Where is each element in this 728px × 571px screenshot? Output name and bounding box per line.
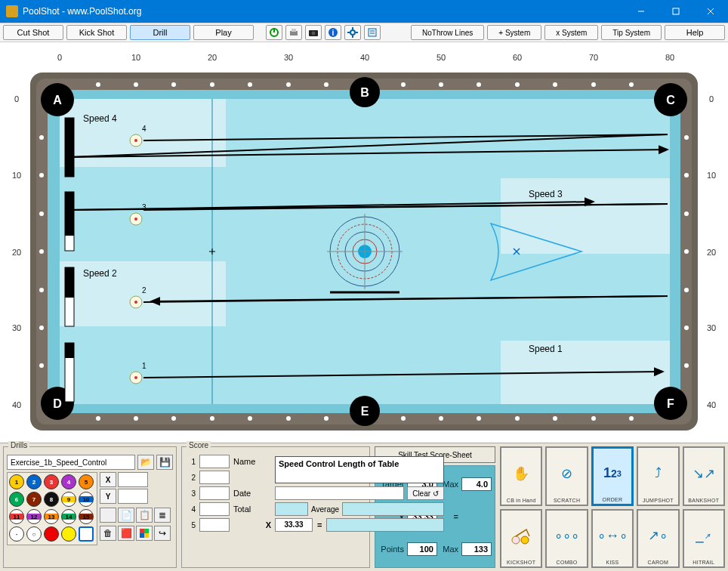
x-tick-label: 40 xyxy=(360,53,369,62)
svg-point-64 xyxy=(684,173,689,177)
svg-point-68 xyxy=(684,326,689,330)
camera-icon[interactable] xyxy=(305,25,322,40)
minimize-button[interactable] xyxy=(624,0,659,23)
max2-label: Max xyxy=(440,545,458,554)
svg-point-104 xyxy=(134,376,137,379)
shot-bankshot[interactable]: ↘↗BANKSHOT xyxy=(683,446,725,506)
date-label: Date xyxy=(233,489,271,498)
average-input[interactable] xyxy=(342,502,444,516)
tasks-icon[interactable] xyxy=(364,25,381,40)
svg-point-35 xyxy=(401,82,406,87)
color-icon[interactable]: 🟥 xyxy=(118,526,134,541)
help-button[interactable]: Help xyxy=(665,25,725,40)
shot-scratch[interactable]: ⊘SCRATCH xyxy=(545,446,588,506)
tip-system-button[interactable]: Tip System xyxy=(601,25,662,40)
x-value: 33.33 xyxy=(275,518,313,532)
shot-carom[interactable]: ↗∘CAROM xyxy=(637,509,679,569)
svg-point-63 xyxy=(684,135,689,140)
y-tick-label: 30 xyxy=(12,323,21,332)
result-input[interactable] xyxy=(326,518,444,532)
x-system-button[interactable]: x System xyxy=(544,25,598,40)
nothrow-lines-button[interactable]: NoThrow Lines xyxy=(411,25,484,40)
shot-jumpshot[interactable]: ⤴JUMPSHOT xyxy=(637,446,679,506)
drill-button[interactable]: Drill xyxy=(130,25,190,40)
maximize-button[interactable] xyxy=(659,0,693,23)
score-input-1[interactable] xyxy=(199,455,230,468)
shot-cbinhand[interactable]: ✋CB in Hand xyxy=(500,446,542,506)
shot-kickshot[interactable]: KICKSHOT xyxy=(500,509,542,569)
ball-9[interactable]: 9 xyxy=(61,492,76,507)
cue-ball[interactable]: · xyxy=(9,526,24,542)
trash-icon[interactable]: 🗑 xyxy=(100,526,116,541)
print-icon[interactable] xyxy=(285,25,302,40)
y-input[interactable] xyxy=(118,489,148,504)
drill-filename-input[interactable] xyxy=(7,455,135,470)
score-input-2[interactable] xyxy=(199,471,230,484)
ball-7[interactable]: 7 xyxy=(26,492,42,507)
speed-label: Speed 2 xyxy=(83,268,117,279)
shot-combo[interactable]: ∘∘∘COMBO xyxy=(545,509,588,569)
date-input[interactable] xyxy=(275,486,404,500)
ball-3[interactable]: 3 xyxy=(44,474,59,489)
svg-rect-106 xyxy=(144,529,149,533)
cut-shot-button[interactable]: Cut Shot xyxy=(3,25,63,40)
score-input-3[interactable] xyxy=(199,486,230,500)
grid-icon[interactable] xyxy=(136,526,153,541)
play-button[interactable]: Play xyxy=(193,25,254,40)
ball-14[interactable]: 14 xyxy=(61,509,76,524)
kick-shot-button[interactable]: Kick Shot xyxy=(66,25,127,40)
yellow-ball[interactable] xyxy=(61,526,76,542)
svg-point-57 xyxy=(39,173,44,177)
save-file-icon[interactable]: 💾 xyxy=(156,455,173,470)
ball-11[interactable]: 11 xyxy=(9,509,24,524)
copy-icon[interactable]: 📋 xyxy=(136,508,153,523)
svg-point-45 xyxy=(210,416,214,421)
score-input-4[interactable] xyxy=(199,502,230,516)
svg-rect-17 xyxy=(369,29,376,36)
svg-point-51 xyxy=(477,416,481,421)
pool-table-canvas[interactable]: 0 10 20 30 40 50 60 70 80 0 10 20 30 40 … xyxy=(0,42,728,443)
ball-5[interactable]: 5 xyxy=(79,474,94,489)
svg-rect-107 xyxy=(140,533,144,538)
shot-order[interactable]: 123ORDER xyxy=(591,446,634,506)
target-marker[interactable] xyxy=(79,526,94,542)
power-icon[interactable] xyxy=(266,25,282,40)
list-icon[interactable]: ≣ xyxy=(154,508,171,523)
ball-12[interactable]: 12 xyxy=(26,509,42,524)
open-file-icon[interactable]: 📂 xyxy=(137,455,154,470)
red-ball[interactable] xyxy=(44,526,59,542)
info-icon[interactable]: i xyxy=(325,25,341,40)
drills-legend: Drills xyxy=(8,441,29,449)
total-label: Total xyxy=(233,505,271,514)
x-input[interactable] xyxy=(118,472,148,487)
score-row-num: 5 xyxy=(185,521,196,529)
plus-system-button[interactable]: + System xyxy=(487,25,541,40)
ball-15[interactable]: 15 xyxy=(79,509,94,524)
gear-icon[interactable] xyxy=(344,25,361,40)
svg-point-102 xyxy=(134,301,137,304)
ghost-ball[interactable]: ○ xyxy=(26,526,42,542)
shot-kiss[interactable]: ∘↔∘KISS xyxy=(591,509,634,569)
ball-2[interactable]: 2 xyxy=(26,474,42,489)
ball-6[interactable]: 6 xyxy=(9,492,24,507)
svg-point-59 xyxy=(39,249,44,254)
svg-rect-84 xyxy=(65,343,74,358)
blank-icon[interactable] xyxy=(100,508,116,523)
page-icon[interactable]: 📄 xyxy=(118,508,134,523)
close-button[interactable] xyxy=(693,0,728,23)
svg-point-52 xyxy=(515,416,520,421)
score-input-5[interactable] xyxy=(199,518,230,532)
ball-4[interactable]: 4 xyxy=(61,474,76,489)
ball-8[interactable]: 8 xyxy=(44,492,59,507)
clear-button[interactable]: Clear ↺ xyxy=(407,486,444,500)
svg-point-37 xyxy=(477,82,481,87)
svg-point-110 xyxy=(521,536,529,544)
ball-1[interactable]: 1 xyxy=(9,474,24,489)
ball-10[interactable]: 10 xyxy=(79,492,94,507)
shot-hitrail[interactable]: ⎯↗HITRAIL xyxy=(683,509,725,569)
total-input[interactable] xyxy=(275,502,308,516)
pocket-label: E xyxy=(361,405,369,418)
ball-13[interactable]: 13 xyxy=(44,509,59,524)
redo-icon[interactable]: ↪ xyxy=(154,526,171,541)
window-title: PoolShot - www.PoolShot.org xyxy=(23,6,624,17)
